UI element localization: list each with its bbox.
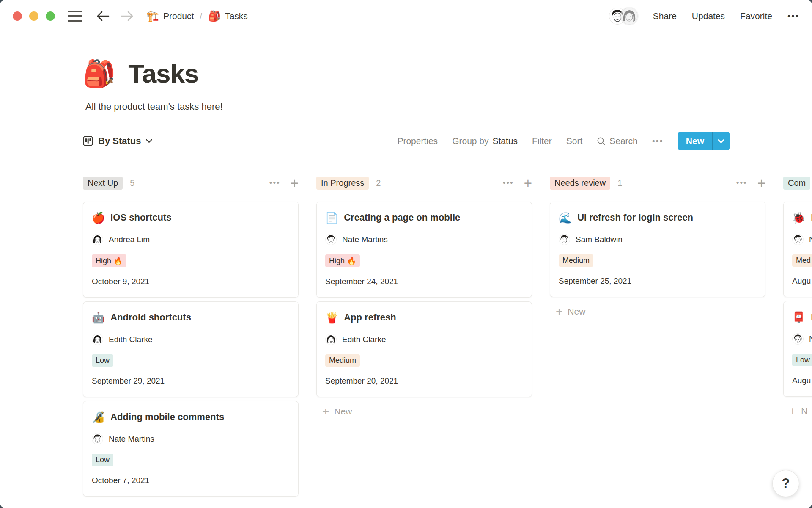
filter-button[interactable]: Filter bbox=[532, 136, 552, 146]
add-card-button[interactable]: + N bbox=[783, 401, 812, 421]
search-button[interactable]: Search bbox=[597, 136, 638, 146]
due-date: September 20, 2021 bbox=[325, 376, 523, 386]
add-card-label: N bbox=[801, 406, 807, 416]
avatar-woman bbox=[325, 334, 337, 345]
topbar-actions: Share Updates Favorite ••• bbox=[609, 8, 799, 25]
column-status-pill[interactable]: In Progress bbox=[316, 177, 369, 190]
add-card-button[interactable]: + New bbox=[316, 401, 532, 422]
maximize-window-button[interactable] bbox=[46, 11, 55, 21]
kanban-board: Next Up 5 ••• + 🍎iOS shortcuts Andrea Li… bbox=[0, 175, 812, 500]
new-dropdown-button[interactable] bbox=[713, 132, 730, 150]
breadcrumb-item-product[interactable]: 🏗️ Product bbox=[146, 11, 194, 21]
group-by-prefix: Group by bbox=[452, 136, 488, 146]
robot-icon: 🤖 bbox=[92, 312, 105, 323]
forward-button[interactable] bbox=[120, 10, 134, 22]
due-date: September 24, 2021 bbox=[325, 277, 523, 286]
arrow-left-icon bbox=[96, 10, 110, 22]
column-status-pill[interactable]: Next Up bbox=[83, 177, 123, 190]
column-more-icon[interactable]: ••• bbox=[269, 178, 280, 188]
add-card-label: New bbox=[334, 406, 352, 417]
help-button[interactable]: ? bbox=[772, 470, 799, 497]
ladybug-icon: 🐞 bbox=[792, 213, 805, 223]
group-by-value: Status bbox=[493, 136, 518, 146]
task-title: iOS shortcuts bbox=[110, 212, 171, 223]
column-add-icon[interactable]: + bbox=[291, 176, 299, 190]
priority-tag: High 🔥 bbox=[92, 254, 126, 267]
new-button-group: New bbox=[678, 132, 730, 150]
minimize-window-button[interactable] bbox=[29, 11, 38, 21]
wave-icon: 🌊 bbox=[559, 213, 572, 223]
presence-avatars[interactable] bbox=[609, 8, 638, 25]
assignee-name: Sam Baldwin bbox=[576, 235, 623, 244]
column-add-icon[interactable]: + bbox=[524, 176, 532, 190]
breadcrumb-separator: / bbox=[194, 11, 208, 21]
updates-button[interactable]: Updates bbox=[692, 11, 725, 21]
search-icon bbox=[597, 137, 606, 146]
breadcrumb-label: Tasks bbox=[225, 11, 248, 21]
board-column-needs-review: Needs review 1 ••• + 🌊UI refresh for log… bbox=[550, 175, 765, 322]
favorite-button[interactable]: Favorite bbox=[740, 11, 772, 21]
column-status-pill[interactable]: Com bbox=[783, 177, 810, 190]
task-title: App refresh bbox=[344, 312, 396, 323]
task-card[interactable]: 🤖Android shortcuts Edith Clarke Low Sept… bbox=[83, 301, 299, 397]
priority-tag: Low bbox=[92, 354, 113, 367]
column-more-icon[interactable]: ••• bbox=[503, 178, 514, 188]
task-card[interactable]: 🍎iOS shortcuts Andrea Lim High 🔥 October… bbox=[83, 202, 299, 298]
task-card[interactable]: 🔏Adding mobile comments Nate Martins Low… bbox=[83, 401, 299, 497]
avatar-man bbox=[325, 234, 337, 245]
sidebar-toggle-button[interactable] bbox=[68, 11, 96, 22]
share-button[interactable]: Share bbox=[653, 11, 677, 21]
lock-with-pen-icon: 🔏 bbox=[92, 412, 105, 422]
view-switcher[interactable]: By Status bbox=[83, 135, 152, 146]
column-header: In Progress 2 ••• + bbox=[316, 175, 532, 190]
board-column-completed: Com 🐞D N Med Augu 📮E N Low Augu + N bbox=[783, 175, 812, 421]
column-header: Next Up 5 ••• + bbox=[83, 175, 299, 190]
due-date: Augu bbox=[792, 276, 812, 286]
apple-icon: 🍎 bbox=[92, 213, 105, 223]
assignee-name: Edith Clarke bbox=[109, 335, 153, 344]
more-options-icon[interactable]: ••• bbox=[787, 11, 799, 21]
avatar-man bbox=[792, 333, 804, 345]
task-card[interactable]: 🐞D N Med Augu bbox=[783, 202, 812, 297]
fries-icon: 🍟 bbox=[325, 312, 338, 323]
close-window-button[interactable] bbox=[13, 11, 22, 21]
priority-tag: High 🔥 bbox=[325, 254, 360, 267]
due-date: September 25, 2021 bbox=[559, 276, 757, 286]
priority-tag: Med bbox=[792, 254, 812, 267]
column-status-pill[interactable]: Needs review bbox=[550, 177, 610, 190]
page-title: Tasks bbox=[128, 58, 198, 88]
window-controls bbox=[13, 11, 55, 21]
task-title: Creating a page on mobile bbox=[344, 212, 460, 223]
breadcrumb-label: Product bbox=[163, 11, 194, 21]
priority-tag: Medium bbox=[325, 354, 360, 367]
column-add-icon[interactable]: + bbox=[757, 176, 765, 190]
view-toolbar: By Status Properties Group by Status Fil… bbox=[83, 132, 812, 158]
assignee-name: Andrea Lim bbox=[109, 235, 150, 244]
breadcrumb-item-tasks[interactable]: 🎒 Tasks bbox=[208, 11, 248, 21]
group-by-button[interactable]: Group by Status bbox=[452, 136, 518, 146]
task-card[interactable]: 🍟App refresh Edith Clarke Medium Septemb… bbox=[316, 301, 532, 397]
avatar-woman bbox=[621, 8, 638, 25]
view-controls: Properties Group by Status Filter Sort S… bbox=[397, 132, 730, 150]
properties-button[interactable]: Properties bbox=[397, 136, 438, 146]
plus-icon: + bbox=[322, 406, 329, 417]
sort-button[interactable]: Sort bbox=[566, 136, 583, 146]
new-button[interactable]: New bbox=[678, 132, 712, 150]
assignee-name: N bbox=[809, 334, 812, 344]
column-more-icon[interactable]: ••• bbox=[736, 178, 747, 188]
task-card[interactable]: 📮E N Low Augu bbox=[783, 301, 812, 397]
search-label: Search bbox=[609, 136, 638, 146]
hamburger-icon bbox=[68, 11, 82, 22]
column-header: Com bbox=[783, 175, 812, 190]
avatar-woman bbox=[92, 334, 103, 345]
add-card-button[interactable]: + New bbox=[550, 301, 765, 322]
notion-window: 🏗️ Product / 🎒 Tasks Share Updates Favor… bbox=[0, 0, 812, 508]
back-button[interactable] bbox=[96, 10, 110, 22]
task-card[interactable]: 🌊UI refresh for login screen Sam Baldwin… bbox=[550, 202, 765, 297]
priority-tag: Low bbox=[792, 354, 812, 366]
view-more-options-icon[interactable]: ••• bbox=[652, 136, 664, 146]
task-card[interactable]: 📄Creating a page on mobile Nate Martins … bbox=[316, 202, 532, 298]
avatar-man bbox=[92, 433, 103, 444]
board-column-next-up: Next Up 5 ••• + 🍎iOS shortcuts Andrea Li… bbox=[83, 175, 299, 500]
page-icon-backpack[interactable]: 🎒 bbox=[83, 61, 115, 87]
